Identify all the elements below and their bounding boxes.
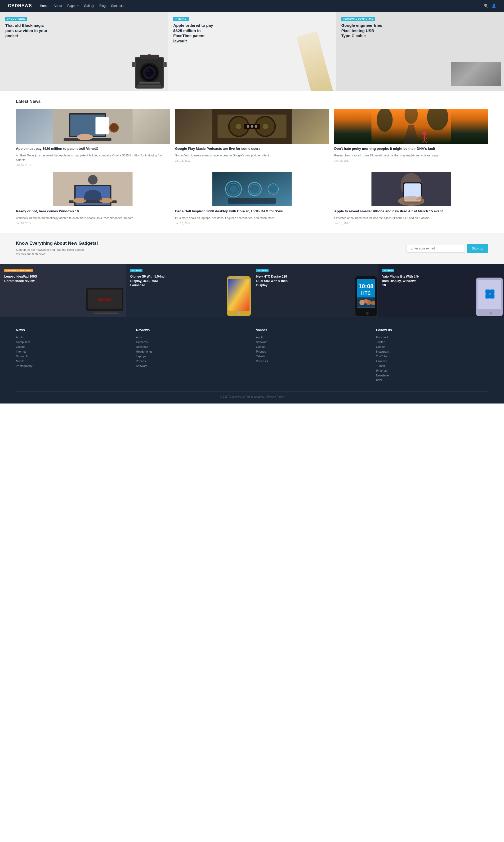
featured-badge-2: MOBILE — [130, 269, 143, 272]
hero-item-3[interactable]: PERSONAL COMPUTING Google engineer fries… — [336, 12, 504, 91]
footer-link-tablets[interactable]: Tablets — [256, 355, 368, 358]
news-card-5[interactable]: Get a Dell Inspiron 3000 desktop with Co… — [175, 172, 329, 225]
footer-col-reviews: Reviews Audio Cameras Desktops Headphone… — [136, 328, 248, 383]
footer-link-newsletter[interactable]: Newsletter — [376, 374, 488, 377]
footer-link-google[interactable]: Google — [16, 345, 128, 348]
footer-link-software[interactable]: Software — [136, 364, 248, 367]
footer-link-rss[interactable]: RSS — [376, 379, 488, 382]
featured-item-3[interactable]: MOBILE New HTC Desire 626 Dual SIM With … — [252, 264, 378, 317]
news-grid: Apple must pay $626 million to patent tr… — [16, 109, 488, 225]
footer-link-podcasts[interactable]: Podcasts — [256, 360, 368, 363]
hero-item-2[interactable]: INTERNET Apple ordered to pay $625 milli… — [168, 12, 336, 91]
svg-text:HTC: HTC — [361, 291, 371, 296]
svg-point-37 — [422, 131, 427, 135]
svg-point-28 — [263, 124, 268, 129]
news-card-6-desc: Expected announcements include the 4-inc… — [334, 216, 488, 220]
hero-item-1[interactable]: CAMCORDERS That old Blackmagic puts raw … — [0, 12, 168, 91]
news-card-2-desc: Some Android users already have access t… — [175, 153, 329, 158]
news-card-3-image — [334, 109, 488, 144]
footer-link-mobile[interactable]: Mobile — [16, 360, 128, 363]
svg-point-87 — [371, 301, 375, 305]
footer-link-facebook[interactable]: Facebook — [376, 336, 488, 339]
featured-title-3: New HTC Desire 626 Dual SIM With 5-Inch … — [256, 274, 293, 288]
news-card-1[interactable]: Apple must pay $626 million to patent tr… — [16, 109, 170, 167]
newsletter-title: Know Everything About New Gadgets! — [16, 241, 98, 246]
footer-link-laptops[interactable]: Laptops — [136, 355, 248, 358]
nav-blog[interactable]: Blog — [99, 4, 106, 8]
news-card-3-date: Jan 16, 2017 — [334, 159, 488, 162]
footer-link-tumblr[interactable]: Tumblr — [376, 364, 488, 367]
svg-rect-8 — [140, 55, 159, 58]
footer-link-apple-video[interactable]: Apple — [256, 336, 368, 339]
featured-img-3: HTC 10:08 — [354, 275, 378, 317]
featured-title-4: Vaio Phone Biz With 5.5-Inch Display, Wi… — [382, 274, 419, 288]
news-card-6-title: Apple to reveal smaller iPhone and new i… — [334, 209, 488, 214]
svg-rect-10 — [163, 62, 167, 67]
news-card-2-title: Google Play Music Podcasts are live for … — [175, 147, 329, 151]
news-card-6-image — [334, 172, 488, 206]
footer-link-twitter[interactable]: Twitter — [376, 340, 488, 344]
hero-section: CAMCORDERS That old Blackmagic puts raw … — [0, 12, 504, 91]
footer-link-microsoft[interactable]: Microsoft — [16, 355, 128, 358]
footer-link-linkedin[interactable]: LinkedIn — [376, 360, 488, 363]
newsletter-text: Know Everything About New Gadgets! Sign … — [16, 241, 98, 256]
search-icon[interactable]: 🔍 — [484, 4, 488, 8]
footer-link-computers[interactable]: Computers — [16, 340, 128, 344]
footer-link-phones[interactable]: Phones — [136, 360, 248, 363]
footer-link-youtube[interactable]: YouTube — [376, 355, 488, 358]
news-card-4[interactable]: Ready or not, here comes Windows 10 Wind… — [16, 172, 170, 225]
footer-grid: News Apple Computers Google Internet Mic… — [16, 328, 488, 383]
svg-rect-72 — [94, 313, 118, 314]
footer-link-headphones[interactable]: Headphones — [136, 350, 248, 353]
featured-img-2 — [226, 275, 252, 317]
footer-link-pinterest[interactable]: Pinterest — [376, 369, 488, 372]
news-card-6-date: Jan 16, 2017 — [334, 222, 488, 225]
footer-link-photography[interactable]: Photography — [16, 364, 128, 367]
hero-badge-2: INTERNET — [173, 17, 190, 21]
svg-rect-12 — [139, 82, 160, 84]
news-card-1-image — [16, 109, 170, 144]
footer-link-cameras[interactable]: Cameras — [136, 340, 248, 344]
svg-point-84 — [359, 300, 365, 305]
footer-link-software-video[interactable]: Software — [256, 340, 368, 344]
nav-contacts[interactable]: Contacts — [111, 4, 123, 8]
nav-pages-link[interactable]: Pages — [67, 4, 76, 8]
footer-col-videos: Videos Apple Software Google Phones Tabl… — [256, 328, 368, 383]
newsletter-form: Sign up — [407, 244, 488, 253]
featured-item-1[interactable]: REVIEWS & PREVIEWS Lenovo IdeaPad 100S C… — [0, 264, 126, 317]
hero-iphone-image — [296, 31, 333, 91]
nav-home[interactable]: Home — [40, 4, 49, 8]
svg-point-96 — [489, 312, 492, 315]
footer-link-desktops[interactable]: Desktops — [136, 345, 248, 348]
footer-link-phones-video[interactable]: Phones — [256, 350, 368, 353]
svg-point-32 — [255, 125, 257, 128]
nav-about[interactable]: About — [54, 4, 62, 8]
footer-link-internet[interactable]: Internet — [16, 350, 128, 353]
newsletter-email-input[interactable] — [407, 244, 465, 253]
footer-link-audio[interactable]: Audio — [136, 336, 248, 339]
footer-copyright: © 2017 Gadnews. All Rights reserved. | P… — [16, 391, 488, 398]
svg-point-88 — [366, 312, 369, 315]
footer-link-google-plus[interactable]: Google + — [376, 345, 488, 348]
nav-gallery[interactable]: Gallery — [84, 4, 94, 8]
footer-link-apple[interactable]: Apple — [16, 336, 128, 339]
svg-point-25 — [236, 124, 241, 129]
svg-rect-61 — [228, 198, 276, 204]
nav-pages[interactable]: Pages ▾ — [67, 4, 79, 8]
news-card-5-image — [175, 172, 329, 206]
featured-item-2[interactable]: MOBILE Gionee S6 With 5.5-Inch Display, … — [126, 264, 252, 317]
footer-link-google-video[interactable]: Google — [256, 345, 368, 348]
news-card-1-desc: An East Texas jury has ruled that Apple … — [16, 153, 170, 162]
featured-item-4[interactable]: MOBILE Vaio Phone Biz With 5.5-Inch Disp… — [378, 264, 504, 317]
featured-section: REVIEWS & PREVIEWS Lenovo IdeaPad 100S C… — [0, 264, 504, 317]
news-card-6[interactable]: Apple to reveal smaller iPhone and new i… — [334, 172, 488, 225]
news-card-2[interactable]: Google Play Music Podcasts are live for … — [175, 109, 329, 167]
news-card-1-title: Apple must pay $626 million to patent tr… — [16, 147, 170, 151]
news-card-5-date: Jan 16, 2017 — [175, 222, 329, 225]
news-card-3[interactable]: Don't hate perky morning people: It migh… — [334, 109, 488, 167]
newsletter-signup-button[interactable]: Sign up — [467, 244, 488, 253]
footer-link-instagram[interactable]: Instagram — [376, 350, 488, 353]
user-icon[interactable]: 👤 — [491, 4, 496, 8]
svg-rect-9 — [132, 62, 136, 67]
footer-col-news-heading: News — [16, 328, 128, 332]
